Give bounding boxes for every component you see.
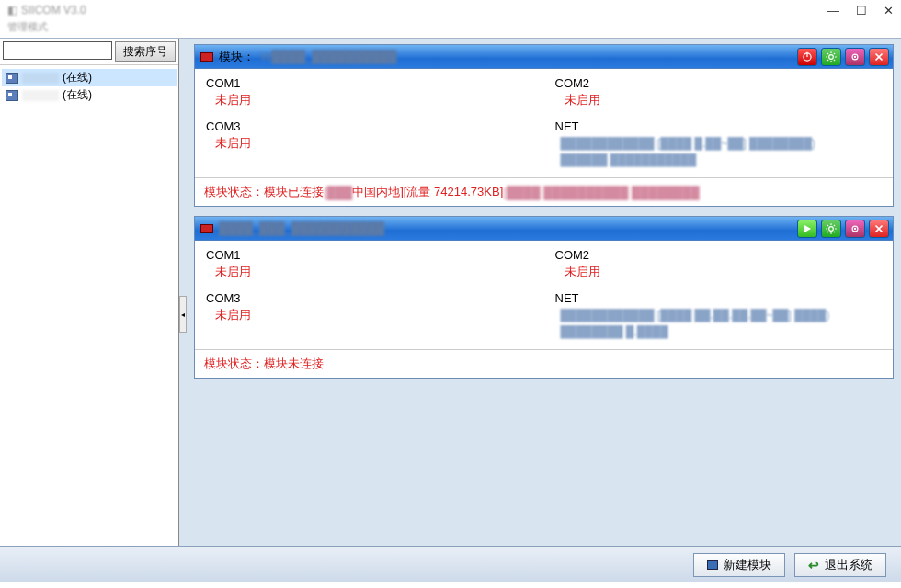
port-label: COM2 <box>555 76 883 90</box>
settings-icon[interactable] <box>845 220 865 238</box>
tree-item-id <box>22 90 59 101</box>
module-header: ████_███_███████████ <box>195 217 893 241</box>
tree-item-status: (在线) <box>63 70 92 85</box>
port-com3: COM3 未启用 <box>195 288 544 347</box>
module-title: ████_███_███████████ <box>219 221 384 235</box>
port-label: COM1 <box>206 248 533 262</box>
new-icon <box>707 560 718 570</box>
minimize-button[interactable]: — <box>827 4 839 17</box>
port-net: NET ████████████ [████ █.██~██] ████████… <box>544 116 894 175</box>
svg-point-8 <box>829 226 834 231</box>
tree-item[interactable]: (在线) <box>2 69 177 86</box>
status-blur: [████ ██████████ ████████ <box>503 186 699 199</box>
module-header: 模块： W████_██████████ <box>195 45 893 69</box>
subtitle: 管理模式 <box>0 20 901 38</box>
port-net: NET ████████████ [████ ██.██.██.██~██] █… <box>544 288 894 347</box>
port-label: COM3 <box>206 119 533 133</box>
gear-icon[interactable] <box>821 220 841 238</box>
port-label: COM1 <box>206 76 533 90</box>
footer-bar: 新建模块 ↩ 退出系统 <box>0 546 901 582</box>
port-label: COM3 <box>206 291 533 305</box>
port-value: 未启用 <box>206 92 533 108</box>
module-icon <box>6 90 18 101</box>
module-card: ████_███_███████████ COM1 未启用 COM2 未启用 <box>194 216 894 379</box>
svg-marker-7 <box>804 224 811 232</box>
port-com2: COM2 未启用 <box>544 244 894 288</box>
status-indicator-icon <box>200 224 213 233</box>
port-value: 未启用 <box>555 264 883 280</box>
port-net-line1: ████████████ [████ █.██~██] ████████) <box>555 135 883 152</box>
port-com2: COM2 未启用 <box>544 73 894 116</box>
module-title-prefix: 模块： <box>219 49 255 65</box>
status-mid: 中国内地][流量 74214.73KB] <box>352 184 503 200</box>
search-bar: 搜索序号 <box>0 39 178 65</box>
port-value: 未启用 <box>206 135 533 152</box>
exit-label: 退出系统 <box>825 557 872 573</box>
new-module-label: 新建模块 <box>724 557 771 573</box>
module-status: 模块状态：模块未连接 <box>195 349 893 378</box>
tree-item[interactable]: (在线) <box>2 86 177 104</box>
play-button[interactable] <box>797 220 817 238</box>
port-net-line2: ██████ ███████████ <box>555 152 883 168</box>
close-window-button[interactable]: ✕ <box>884 4 894 17</box>
exit-icon: ↩ <box>808 558 819 572</box>
status-text: 模块状态：模块未连接 <box>204 356 324 372</box>
port-value: 未启用 <box>206 307 533 323</box>
port-com1: COM1 未启用 <box>195 244 544 288</box>
module-title: W████_██████████ <box>260 50 396 63</box>
search-button[interactable]: 搜索序号 <box>115 41 176 62</box>
port-value: 未启用 <box>206 264 533 280</box>
exit-button[interactable]: ↩ 退出系统 <box>794 553 886 577</box>
module-card: 模块： W████_██████████ COM1 未启用 COM2 未启用 <box>194 44 894 207</box>
port-value: 未启用 <box>555 92 883 108</box>
module-status: 模块状态：模块已连接 [███ 中国内地][流量 74214.73KB] [██… <box>195 177 893 206</box>
port-net-line1: ████████████ [████ ██.██.██.██~██] ████) <box>555 307 883 323</box>
svg-point-2 <box>829 54 834 59</box>
close-icon[interactable] <box>869 220 889 238</box>
tree-item-id <box>22 73 59 84</box>
main-panel: ◂ 模块： W████_██████████ COM1 <box>179 39 901 546</box>
sidebar: 搜索序号 (在线) (在线) <box>0 39 179 546</box>
port-net-line2: ████████ █.████ <box>555 323 883 340</box>
module-icon <box>6 73 18 84</box>
module-tree: (在线) (在线) <box>0 65 178 107</box>
settings-icon[interactable] <box>845 48 865 66</box>
port-com3: COM3 未启用 <box>195 116 544 175</box>
sidebar-collapse-handle[interactable]: ◂ <box>179 296 187 333</box>
port-label: NET <box>555 119 883 133</box>
port-com1: COM1 未启用 <box>195 73 544 116</box>
close-icon[interactable] <box>869 48 889 66</box>
tree-item-status: (在线) <box>63 87 92 103</box>
app-title: SIICOM V3.0 <box>21 4 86 17</box>
module-body: COM1 未启用 COM2 未启用 COM3 未启用 NET █████████… <box>195 241 893 349</box>
svg-point-10 <box>854 227 856 229</box>
status-blur: [███ <box>324 186 352 199</box>
module-body: COM1 未启用 COM2 未启用 COM3 未启用 NET █████████… <box>195 69 893 177</box>
content-area: 搜索序号 (在线) (在线) ◂ 模块： W████_█████████ <box>0 38 901 546</box>
svg-point-4 <box>854 55 856 57</box>
search-input[interactable] <box>3 41 112 60</box>
port-label: COM2 <box>555 248 883 262</box>
title-bar: ◧ SIICOM V3.0 — ☐ ✕ <box>0 0 901 20</box>
status-text: 模块状态：模块已连接 <box>204 184 324 200</box>
new-module-button[interactable]: 新建模块 <box>693 553 785 577</box>
power-button[interactable] <box>797 48 817 66</box>
port-label: NET <box>555 291 883 305</box>
status-indicator-icon <box>200 52 213 62</box>
gear-icon[interactable] <box>821 48 841 66</box>
app-icon: ◧ <box>7 4 17 17</box>
maximize-button[interactable]: ☐ <box>856 4 867 17</box>
